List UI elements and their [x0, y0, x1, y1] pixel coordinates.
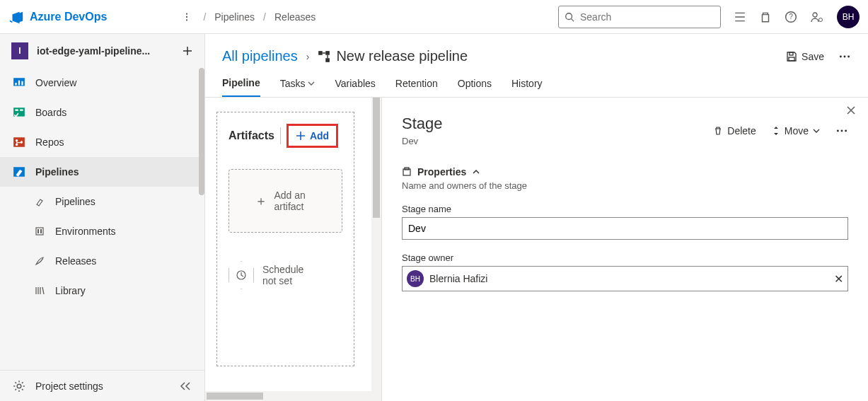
svg-rect-16	[20, 110, 23, 111]
svg-point-3	[566, 13, 572, 19]
sidebar-item-repos[interactable]: Repos	[0, 127, 204, 157]
canvas-scrollbar-horizontal[interactable]	[205, 391, 381, 401]
stage-name-input[interactable]	[402, 217, 848, 240]
project-settings[interactable]: Project settings	[0, 370, 204, 401]
add-project-icon[interactable]	[182, 45, 193, 57]
tab-pipeline[interactable]: Pipeline	[222, 77, 260, 97]
pipelines-icon	[13, 165, 25, 178]
owner-name: Blernia Hafizi	[429, 273, 487, 284]
sidebar-item-pipelines[interactable]: Pipelines	[0, 157, 204, 187]
tab-variables[interactable]: Variables	[335, 77, 375, 97]
user-avatar[interactable]: BH	[837, 6, 860, 28]
svg-line-4	[572, 18, 574, 21]
delete-stage-button[interactable]: Delete	[713, 125, 756, 136]
schedule-card[interactable]: Schedule not set	[228, 261, 342, 289]
project-badge: I	[11, 42, 28, 59]
sidebar-sub-environments[interactable]: Environments	[0, 216, 204, 246]
tab-options[interactable]: Options	[458, 77, 492, 97]
svg-point-25	[17, 384, 21, 388]
product-name: Azure DevOps	[30, 11, 107, 23]
tab-retention[interactable]: Retention	[395, 77, 438, 97]
breadcrumb-separator: /	[263, 11, 266, 23]
svg-rect-29	[789, 52, 793, 55]
clear-owner-button[interactable]: ✕	[834, 272, 843, 286]
svg-point-33	[847, 55, 850, 57]
move-stage-button[interactable]: Move	[772, 125, 820, 136]
close-panel-button[interactable]	[845, 105, 857, 116]
artifacts-section: Artifacts Add ＋ Add an artifact Schedul	[216, 112, 354, 366]
breadcrumb-releases[interactable]: Releases	[274, 11, 316, 23]
project-name: iot-edge-yaml-pipeline...	[37, 45, 150, 57]
clock-icon	[236, 269, 247, 281]
artifacts-heading: Artifacts	[228, 129, 274, 142]
svg-point-1	[186, 16, 187, 17]
releases-icon	[34, 255, 45, 267]
chevron-right-icon: ›	[306, 51, 310, 62]
overview-icon	[13, 76, 25, 89]
breadcrumb-pipelines[interactable]: Pipelines	[214, 11, 255, 23]
chevron-up-icon	[472, 168, 480, 176]
search-box[interactable]	[558, 6, 721, 28]
sidebar-sub-releases[interactable]: Releases	[0, 246, 204, 276]
add-artifact-button[interactable]: Add	[287, 124, 338, 148]
plus-icon	[296, 131, 306, 141]
chevron-down-icon	[308, 80, 315, 87]
all-pipelines-link[interactable]: All pipelines	[222, 48, 298, 64]
stage-name-label: Stage name	[402, 204, 848, 214]
boards-icon	[13, 106, 25, 119]
svg-point-9	[819, 18, 823, 21]
canvas-scrollbar-vertical[interactable]	[371, 98, 381, 401]
help-icon[interactable]: ?	[785, 11, 797, 23]
add-artifact-card[interactable]: ＋ Add an artifact	[228, 169, 342, 233]
stage-owner-field[interactable]: BH Blernia Hafizi ✕	[402, 266, 848, 291]
board-icon[interactable]	[734, 11, 746, 23]
user-settings-icon[interactable]	[810, 11, 824, 23]
stage-name-readonly: Dev	[402, 136, 443, 146]
product-logo[interactable]: Azure DevOps	[8, 9, 107, 25]
search-input[interactable]	[579, 11, 714, 23]
svg-rect-13	[21, 81, 23, 86]
properties-section-header[interactable]: Properties	[402, 166, 848, 178]
sidebar-sub-library[interactable]: Library	[0, 276, 204, 306]
plus-icon: ＋	[255, 192, 267, 209]
save-button[interactable]: Save	[786, 51, 824, 62]
svg-point-2	[186, 19, 187, 21]
svg-rect-30	[789, 57, 794, 61]
save-icon	[786, 51, 797, 62]
marketplace-icon[interactable]	[759, 11, 772, 23]
project-switcher[interactable]: I iot-edge-yaml-pipeline...	[0, 34, 204, 68]
tab-tasks[interactable]: Tasks	[280, 77, 316, 97]
stage-owner-label: Stage owner	[402, 252, 848, 263]
trash-icon	[713, 126, 723, 136]
pipeline-title: New release pipeline	[336, 48, 468, 64]
sidebar-scrollbar[interactable]	[199, 68, 204, 195]
more-horizontal-icon[interactable]	[838, 50, 851, 63]
sidebar-item-overview[interactable]: Overview	[0, 68, 204, 98]
svg-rect-26	[319, 51, 323, 55]
svg-rect-15	[15, 110, 18, 111]
svg-rect-24	[40, 229, 42, 233]
svg-text:?: ?	[789, 13, 793, 21]
more-horizontal-icon[interactable]	[835, 124, 848, 137]
svg-point-31	[840, 55, 842, 57]
chevron-down-icon	[813, 127, 820, 134]
stage-icon	[402, 167, 412, 177]
stage-heading: Stage	[402, 115, 443, 133]
azure-devops-icon	[8, 9, 24, 25]
svg-rect-23	[37, 229, 39, 233]
sidebar-item-boards[interactable]: Boards	[0, 98, 204, 127]
collapse-sidebar-icon[interactable]	[179, 381, 192, 391]
svg-rect-22	[36, 228, 43, 235]
svg-point-37	[845, 129, 847, 132]
svg-point-0	[186, 13, 187, 14]
svg-rect-27	[326, 51, 330, 55]
search-icon	[565, 12, 574, 22]
breadcrumb-separator: /	[203, 11, 206, 23]
more-vertical-icon[interactable]	[182, 12, 192, 22]
svg-rect-11	[15, 83, 16, 85]
properties-description: Name and owners of the stage	[402, 180, 848, 191]
sidebar-sub-pipelines[interactable]: Pipelines	[0, 187, 204, 216]
svg-point-8	[813, 13, 817, 17]
release-pipeline-icon	[318, 50, 330, 63]
tab-history[interactable]: History	[511, 77, 543, 97]
